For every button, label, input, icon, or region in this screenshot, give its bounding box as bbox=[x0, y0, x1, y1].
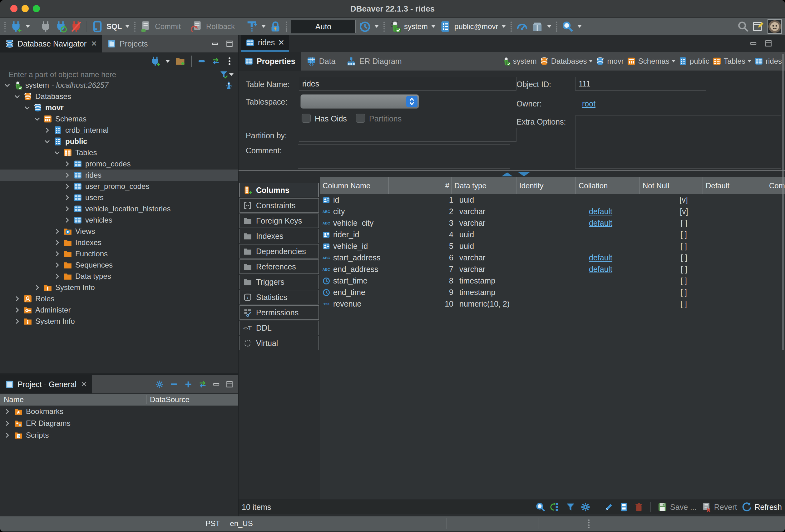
object-filter-input[interactable]: Enter a part of object name here bbox=[9, 70, 116, 79]
side-tab-columns[interactable]: Columns bbox=[239, 183, 319, 197]
refresh-button[interactable]: Refresh bbox=[741, 502, 782, 512]
tree-item-users[interactable]: users bbox=[0, 192, 238, 203]
column-row-rider_id[interactable]: rider_id4uuid[ ] bbox=[320, 229, 785, 240]
active-connection-selector[interactable]: system bbox=[404, 22, 428, 31]
side-tab-foreign-keys[interactable]: Foreign Keys bbox=[239, 213, 319, 228]
transaction-log-icon[interactable] bbox=[246, 20, 258, 33]
tree-item-promo-codes[interactable]: promo_codes bbox=[0, 158, 238, 170]
side-tab-statistics[interactable]: iStatistics bbox=[239, 290, 319, 304]
expander-icon[interactable] bbox=[3, 81, 11, 89]
column-row-end_address[interactable]: ABCend_address7varchardefault[ ] bbox=[320, 263, 785, 275]
expander-icon[interactable] bbox=[3, 419, 11, 427]
new-connection-dropdown-icon[interactable] bbox=[166, 60, 170, 63]
partition-by-input[interactable] bbox=[299, 128, 516, 142]
tree-item-system-info[interactable]: System Info bbox=[0, 282, 238, 293]
compare-structure-icon[interactable] bbox=[550, 502, 561, 512]
column-header-default[interactable]: Default bbox=[703, 177, 766, 194]
expander-icon[interactable] bbox=[13, 306, 21, 314]
collapse-all-icon[interactable] bbox=[197, 56, 207, 66]
minimize-panel-icon[interactable] bbox=[750, 39, 758, 47]
side-tab-virtual[interactable]: Virtual bbox=[239, 336, 319, 350]
grid-filter-icon[interactable] bbox=[565, 502, 576, 512]
expander-icon[interactable] bbox=[13, 295, 21, 303]
new-connection-icon[interactable] bbox=[10, 20, 22, 33]
commit-icon[interactable] bbox=[140, 20, 152, 33]
side-tab-constraints[interactable]: Constraints bbox=[239, 198, 319, 212]
expander-icon[interactable] bbox=[63, 160, 71, 168]
comment-textarea[interactable] bbox=[298, 144, 510, 169]
tree-item-administer[interactable]: Administer bbox=[0, 304, 238, 315]
project-item-er-diagrams[interactable]: ER Diagrams bbox=[0, 417, 238, 429]
side-tab-triggers[interactable]: Triggers bbox=[239, 275, 319, 289]
sql-editor-icon[interactable] bbox=[91, 20, 104, 33]
tree-item-indexes[interactable]: Indexes bbox=[0, 237, 238, 248]
expander-icon[interactable] bbox=[53, 149, 61, 157]
tree-item-tables[interactable]: Tables bbox=[0, 147, 238, 158]
expander-icon[interactable] bbox=[53, 238, 61, 247]
expander-icon[interactable] bbox=[63, 194, 71, 202]
tree-item-movr[interactable]: movr bbox=[0, 102, 238, 113]
expander-icon[interactable] bbox=[53, 261, 61, 269]
transaction-history-icon[interactable] bbox=[358, 20, 371, 33]
side-tab-indexes[interactable]: Indexes bbox=[239, 229, 319, 243]
project-item-bookmarks[interactable]: Bookmarks bbox=[0, 406, 238, 417]
has-oids-checkbox[interactable] bbox=[302, 113, 311, 123]
reconnect-icon[interactable] bbox=[55, 20, 67, 33]
save-button[interactable]: Save ... bbox=[657, 502, 697, 512]
column-row-end_time[interactable]: end_time9timestamp[ ] bbox=[320, 287, 785, 298]
expander-icon[interactable] bbox=[63, 216, 71, 224]
breadcrumb-movr[interactable]: movr bbox=[596, 56, 624, 66]
chevron-down-icon[interactable] bbox=[589, 60, 593, 62]
rollback-icon[interactable] bbox=[191, 20, 203, 33]
tab-properties[interactable]: Properties bbox=[238, 52, 301, 71]
delete-icon[interactable] bbox=[634, 502, 644, 512]
expander-icon[interactable] bbox=[33, 115, 41, 123]
filter-dropdown-icon[interactable] bbox=[229, 73, 233, 76]
lock-icon[interactable] bbox=[269, 20, 282, 33]
collation-link[interactable]: default bbox=[589, 207, 612, 216]
search-icon[interactable] bbox=[561, 20, 574, 33]
expander-icon[interactable] bbox=[23, 104, 31, 112]
side-tab-ddl[interactable]: <>TDDL bbox=[239, 321, 319, 335]
close-icon[interactable]: ✕ bbox=[278, 38, 284, 47]
expander-icon[interactable] bbox=[13, 317, 21, 325]
expander-icon[interactable] bbox=[63, 171, 71, 179]
expander-icon[interactable] bbox=[33, 283, 41, 292]
column-row-start_time[interactable]: start_time8timestamp[ ] bbox=[320, 275, 785, 287]
side-tab-permissions[interactable]: Permissions bbox=[239, 305, 319, 320]
extra-options-box[interactable] bbox=[575, 116, 781, 169]
tablespace-combo[interactable] bbox=[300, 94, 419, 109]
statusbar-drag-handle[interactable] bbox=[588, 519, 589, 528]
breadcrumb-schemas[interactable]: Schemas bbox=[627, 56, 676, 66]
combo-stepper-icon[interactable] bbox=[406, 96, 417, 107]
editor-scrollbar[interactable] bbox=[782, 54, 784, 350]
tasks-icon[interactable] bbox=[531, 20, 543, 33]
tree-item-data-types[interactable]: Data types bbox=[0, 271, 238, 282]
rollback-button[interactable]: Rollback bbox=[206, 22, 235, 31]
transaction-dropdown-icon[interactable] bbox=[261, 25, 266, 28]
tree-item-databases[interactable]: Databases bbox=[0, 91, 238, 102]
tree-item-sequences[interactable]: Sequences bbox=[0, 259, 238, 271]
tree-item-crdb-internal[interactable]: crdb_internal bbox=[0, 125, 238, 136]
tree-item-vehicles[interactable]: vehicles bbox=[0, 214, 238, 226]
edit-icon[interactable] bbox=[604, 502, 614, 512]
maximize-panel-icon[interactable] bbox=[225, 40, 233, 48]
column-row-city[interactable]: ABCcity2varchardefault[v] bbox=[320, 206, 785, 217]
side-tab-references[interactable]: References bbox=[239, 259, 319, 274]
project-item-scripts[interactable]: SScripts bbox=[0, 429, 238, 441]
expander-icon[interactable] bbox=[43, 126, 51, 134]
expander-icon[interactable] bbox=[3, 431, 11, 439]
tree-item-roles[interactable]: Roles bbox=[0, 293, 238, 304]
avatar[interactable] bbox=[767, 19, 782, 34]
minimize-panel-icon[interactable] bbox=[212, 380, 221, 388]
tree-item-rides[interactable]: rides bbox=[0, 170, 238, 181]
owner-link[interactable]: root bbox=[582, 99, 596, 108]
breadcrumb-public[interactable]: public bbox=[678, 56, 709, 66]
column-row-revenue[interactable]: 123revenue10numeric(10, 2)[ ] bbox=[320, 298, 785, 310]
disconnect-icon[interactable] bbox=[70, 20, 82, 33]
configure-columns-icon[interactable] bbox=[618, 502, 629, 512]
commit-mode-combo[interactable]: Auto bbox=[291, 20, 356, 33]
breadcrumb-databases[interactable]: Databases bbox=[539, 56, 593, 66]
expander-icon[interactable] bbox=[53, 250, 61, 258]
expander-icon[interactable] bbox=[13, 93, 21, 101]
